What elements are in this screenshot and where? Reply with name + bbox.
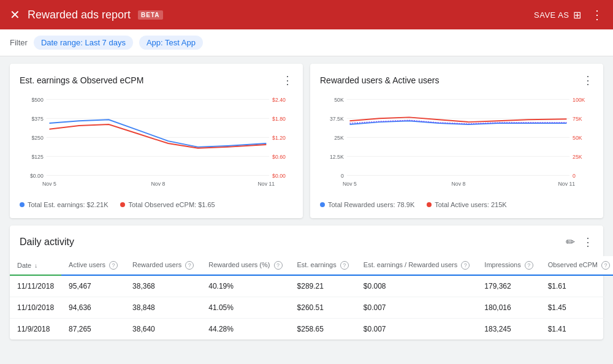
- col-rewarded-users: Rewarded users ?: [125, 256, 201, 275]
- table-header-row: Date ↓ Active users ? Rewarded users ? R…: [10, 256, 613, 275]
- chart2-legend-item-2: Total Active users: 215K: [427, 201, 506, 208]
- table-cell: 87,265: [61, 319, 125, 340]
- table-actions: ✏ ⋮: [566, 235, 593, 249]
- add-to-report-icon: ⊞: [573, 9, 582, 21]
- svg-text:$0.00: $0.00: [30, 173, 44, 179]
- svg-text:25K: 25K: [573, 154, 582, 160]
- chart1-more-button[interactable]: ⋮: [282, 74, 293, 87]
- chart2-legend-label-2: Total Active users: 215K: [435, 201, 506, 208]
- app-chip[interactable]: App: Test App: [139, 36, 203, 50]
- table-cell: 180,016: [477, 297, 540, 319]
- chart1-legend-label-2: Total Observed eCPM: $1.65: [128, 201, 215, 208]
- earnings-ecpm-chart-card: Est. earnings & Observed eCPM ⋮ $500 $37…: [10, 64, 303, 218]
- table-cell: $0.007: [356, 319, 478, 340]
- table-row: 11/11/201895,46738,36840.19%$289.21$0.00…: [10, 275, 613, 297]
- table-title: Daily activity: [20, 237, 74, 248]
- chart1-legend-label-1: Total Est. earnings: $2.21K: [28, 201, 108, 208]
- table-cell: $260.51: [290, 297, 356, 319]
- table-cell: 183,245: [477, 319, 540, 340]
- chart2-more-button[interactable]: ⋮: [582, 74, 593, 87]
- table-row: 11/10/201894,63638,84841.05%$260.51$0.00…: [10, 297, 613, 319]
- col-active-users: Active users ?: [61, 256, 125, 275]
- table-cell: 38,640: [125, 319, 201, 340]
- svg-text:$250: $250: [31, 135, 44, 141]
- col-rewarded-pct: Rewarded users (%) ?: [201, 256, 289, 275]
- svg-text:Nov 8: Nov 8: [151, 181, 166, 187]
- table-cell: 44.28%: [201, 319, 289, 340]
- table-cell: 38,848: [125, 297, 201, 319]
- est-earnings-info-icon[interactable]: ?: [340, 261, 349, 270]
- chart2-header: Rewarded users & Active users ⋮: [320, 74, 593, 87]
- chart2-orange-dot: [427, 202, 432, 207]
- svg-text:$1.20: $1.20: [272, 135, 286, 141]
- impressions-info-icon[interactable]: ?: [525, 261, 533, 270]
- ecpm-info-icon[interactable]: ?: [601, 261, 610, 270]
- date-range-chip[interactable]: Date range: Last 7 days: [34, 36, 133, 50]
- table-header: Daily activity ✏ ⋮: [10, 226, 603, 256]
- svg-text:100K: 100K: [573, 97, 585, 103]
- main-content: Est. earnings & Observed eCPM ⋮ $500 $37…: [0, 56, 613, 347]
- col-ecpm: Observed eCPM ?: [541, 256, 613, 275]
- chart2-legend-item-1: Total Rewarded users: 78.9K: [320, 201, 414, 208]
- table-cell: $258.65: [290, 319, 356, 340]
- header-more-button[interactable]: ⋮: [591, 9, 603, 21]
- rewarded-users-info-icon[interactable]: ?: [185, 261, 194, 270]
- chart2-legend-label-1: Total Rewarded users: 78.9K: [328, 201, 414, 208]
- chart1-title: Est. earnings & Observed eCPM: [20, 75, 143, 85]
- svg-text:50K: 50K: [573, 135, 582, 141]
- filter-label: Filter: [10, 38, 28, 47]
- table-cell: 179,362: [477, 275, 540, 297]
- chart2-container: 50K 37.5K 25K 12.5K 0 100K 75K 50K 25K 0…: [320, 92, 593, 196]
- table-cell: $1.45: [541, 297, 613, 319]
- svg-text:25K: 25K: [334, 135, 344, 141]
- chart2-blue-dot: [320, 202, 325, 207]
- table-cell: 11/9/2018: [10, 319, 61, 340]
- chart2-title: Rewarded users & Active users: [320, 75, 440, 85]
- svg-text:Nov 11: Nov 11: [558, 181, 576, 187]
- chart1-orange-dot: [120, 202, 125, 207]
- chart1-legend: Total Est. earnings: $2.21K Total Observ…: [20, 201, 293, 208]
- svg-text:12.5K: 12.5K: [330, 154, 344, 160]
- col-impressions: Impressions ?: [477, 256, 540, 275]
- svg-text:$1.80: $1.80: [272, 116, 286, 122]
- users-chart-card: Rewarded users & Active users ⋮ 50K 37.5…: [310, 64, 603, 218]
- page-title: Rewarded ads report: [28, 9, 131, 21]
- svg-text:Nov 8: Nov 8: [452, 181, 466, 187]
- daily-activity-card: Daily activity ✏ ⋮ Date ↓ Active users ?: [10, 226, 603, 339]
- svg-text:$0.60: $0.60: [272, 154, 286, 160]
- table-cell: 11/10/2018: [10, 297, 61, 319]
- header-right: SAVE AS ⊞ ⋮: [534, 9, 603, 21]
- svg-text:37.5K: 37.5K: [330, 116, 344, 122]
- edit-button[interactable]: ✏: [566, 235, 575, 249]
- svg-text:0: 0: [573, 173, 576, 179]
- table-cell: 11/11/2018: [10, 275, 61, 297]
- chart2-legend: Total Rewarded users: 78.9K Total Active…: [320, 201, 593, 208]
- chart1-legend-item-2: Total Observed eCPM: $1.65: [120, 201, 215, 208]
- chart1-blue-dot: [20, 202, 25, 207]
- chart1-header: Est. earnings & Observed eCPM ⋮: [20, 74, 293, 87]
- sort-icon: ↓: [34, 262, 37, 269]
- charts-row: Est. earnings & Observed eCPM ⋮ $500 $37…: [10, 64, 603, 218]
- svg-text:$2.40: $2.40: [272, 97, 286, 103]
- col-est-earnings: Est. earnings ?: [290, 256, 356, 275]
- save-as-button[interactable]: SAVE AS ⊞: [534, 9, 581, 21]
- earnings-per-user-info-icon[interactable]: ?: [461, 261, 470, 270]
- table-row: 11/9/201887,26538,64044.28%$258.65$0.007…: [10, 319, 613, 340]
- close-button[interactable]: ✕: [10, 9, 20, 21]
- svg-text:$500: $500: [31, 97, 44, 103]
- svg-text:0: 0: [341, 173, 344, 179]
- table-cell: 38,368: [125, 275, 201, 297]
- col-earnings-per-user: Est. earnings / Rewarded users ?: [356, 256, 478, 275]
- active-users-info-icon[interactable]: ?: [109, 261, 118, 270]
- svg-text:$125: $125: [31, 154, 44, 160]
- rewarded-pct-info-icon[interactable]: ?: [274, 261, 283, 270]
- header-left: ✕ Rewarded ads report BETA: [10, 9, 163, 21]
- table-more-button[interactable]: ⋮: [582, 235, 593, 249]
- svg-text:50K: 50K: [334, 97, 344, 103]
- chart1-container: $500 $375 $250 $125 $0.00 $2.40 $1.80 $1…: [20, 92, 293, 196]
- table-cell: $1.41: [541, 319, 613, 340]
- svg-text:Nov 5: Nov 5: [343, 181, 357, 187]
- daily-activity-table: Date ↓ Active users ? Rewarded users ? R…: [10, 256, 613, 339]
- table-cell: $1.61: [541, 275, 613, 297]
- chart1-legend-item-1: Total Est. earnings: $2.21K: [20, 201, 108, 208]
